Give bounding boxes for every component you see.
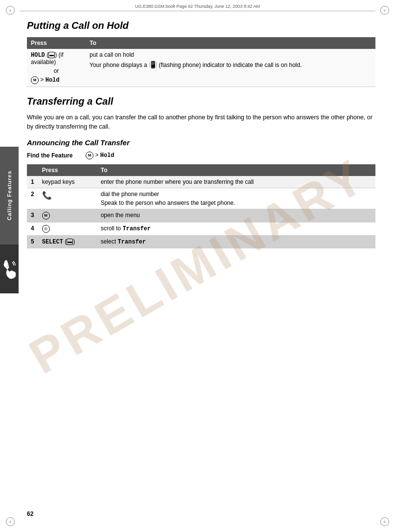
corner-mark-tl: [6, 6, 15, 15]
hold-key-label: HOLD (▬) (if available): [31, 51, 82, 66]
scroll-key-icon: ◎: [42, 225, 50, 233]
transfer-row-2-to-line1: dial the phone number: [101, 191, 372, 198]
top-bar-text: UG.E380.GSM.book Page 62 Thursday, June …: [135, 4, 260, 9]
transfer-row-1: 1 keypad keys enter the phone number whe…: [27, 176, 375, 188]
phone-icon-area: [0, 244, 19, 293]
transfer-row-5: 5 SELECT (▬) select Transfer: [27, 235, 375, 248]
find-feature-row: Find the Feature M > Hold: [27, 152, 375, 159]
find-feature-label: Find the Feature: [27, 152, 76, 159]
transfer-row-1-num: 1: [27, 176, 38, 188]
transfer-row-3-press: M: [38, 209, 97, 222]
transfer-row-3: 3 M open the menu: [27, 209, 375, 222]
transfer-row-3-to: open the menu: [97, 209, 375, 222]
transfer-row-4-press: ◎: [38, 222, 97, 235]
menu-key-icon: M: [42, 212, 50, 220]
hold-table: Press To HOLD (▬) (if available) or M > …: [27, 37, 375, 87]
corner-mark-tr: [380, 6, 389, 15]
find-feature-value: M > Hold: [86, 152, 115, 159]
transfer-row-5-press: SELECT (▬): [38, 235, 97, 248]
transfer-row-5-num: 5: [27, 235, 38, 248]
hold-to-cell: put a call on hold Your phone displays a…: [86, 49, 375, 87]
corner-mark-br: [380, 517, 389, 526]
transfer-row-4-num: 4: [27, 222, 38, 235]
transfer-header-to: To: [97, 164, 375, 176]
transfer-table: Press To 1 keypad keys enter the phone n…: [27, 164, 375, 248]
transfer-row-1-press: keypad keys: [38, 176, 97, 188]
page-number: 62: [27, 510, 33, 517]
subsection-title: Announcing the Call Transfer: [27, 138, 375, 147]
transfer-header-num: [27, 164, 38, 176]
transfer-row-5-to: select Transfer: [97, 235, 375, 248]
section2-title: Transferring a Call: [27, 96, 375, 107]
flashing-phone-icon: 📳: [149, 61, 157, 68]
hold-to-text2: Your phone displays a 📳 (flashing phone)…: [90, 61, 372, 68]
hold-to-text1: put a call on hold: [90, 51, 372, 58]
phone-icon: [2, 259, 16, 279]
hold-button-icon: ▬: [48, 52, 55, 58]
section1-title: Putting a Call on Hold: [27, 20, 375, 31]
hold-table-header-to: To: [86, 37, 375, 49]
corner-mark-bl: [6, 517, 15, 526]
transfer-row-4-to: scroll to Transfer: [97, 222, 375, 235]
hold-table-row: HOLD (▬) (if available) or M > Hold put …: [27, 49, 375, 87]
transfer-row-2-num: 2: [27, 188, 38, 209]
transfer-row-2-press: 📞: [38, 188, 97, 209]
transfer-row-3-num: 3: [27, 209, 38, 222]
menu-circle-icon: M: [31, 76, 39, 84]
main-content: Putting a Call on Hold Press To HOLD (▬)…: [27, 17, 375, 508]
transfer-row-2-to: dial the phone number Speak to the perso…: [97, 188, 375, 209]
select-button-icon: ▬: [67, 239, 73, 245]
hold-table-header-press: Press: [27, 37, 86, 49]
or-label: or: [31, 67, 82, 74]
top-bar: UG.E380.GSM.book Page 62 Thursday, June …: [20, 4, 375, 11]
transfer-row-2-to-line2: Speak to the person who answers the targ…: [101, 200, 372, 206]
hold-table-header-row: Press To: [27, 37, 375, 49]
find-feature-menu-icon: M: [86, 152, 93, 159]
hold-press-cell: HOLD (▬) (if available) or M > Hold: [27, 49, 86, 87]
sidebar-label: Calling Features: [0, 147, 19, 244]
transfer-row-2: 2 📞 dial the phone number Speak to the p…: [27, 188, 375, 209]
transfer-table-header-row: Press To: [27, 164, 375, 176]
transfer-row-1-to: enter the phone number where you are tra…: [97, 176, 375, 188]
transfer-header-press: Press: [38, 164, 97, 176]
section2-body: While you are on a call, you can transfe…: [27, 113, 375, 132]
hold-menu-shortcut: M > Hold: [31, 76, 82, 84]
transfer-row-4: 4 ◎ scroll to Transfer: [27, 222, 375, 235]
dial-key-icon: 📞: [42, 191, 52, 200]
